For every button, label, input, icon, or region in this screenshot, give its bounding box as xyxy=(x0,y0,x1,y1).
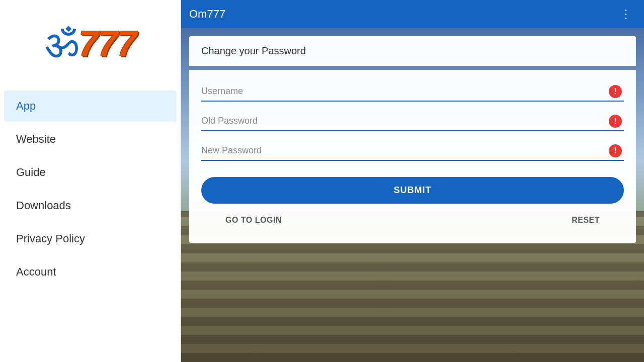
logo-777: 777 xyxy=(78,23,136,64)
content-area: Change your Password ! ! ! SUBMIT GO xyxy=(181,28,644,362)
username-input[interactable] xyxy=(201,82,624,101)
logo-area: ॐ 777 xyxy=(0,0,181,85)
nav-list: App Website Guide Downloads Privacy Poli… xyxy=(0,85,181,362)
app-title: Om777 xyxy=(189,8,225,21)
main-content: Om777 ⋮ Change your Password ! ! ! S xyxy=(181,0,644,362)
change-password-title: Change your Password xyxy=(189,36,636,66)
new-password-error-icon: ! xyxy=(609,144,622,157)
username-group: ! xyxy=(201,82,624,102)
reset-button[interactable]: RESET xyxy=(568,214,604,227)
sidebar-item-account[interactable]: Account xyxy=(4,256,177,288)
sidebar-item-privacy-policy[interactable]: Privacy Policy xyxy=(4,223,177,254)
submit-button[interactable]: SUBMIT xyxy=(201,177,624,204)
sidebar-item-website[interactable]: Website xyxy=(4,124,177,155)
form-card: ! ! ! SUBMIT GO TO LOGIN RESET xyxy=(189,70,636,243)
new-password-group: ! xyxy=(201,141,624,161)
om-symbol: ॐ xyxy=(45,24,78,64)
new-password-input[interactable] xyxy=(201,141,624,160)
username-error-icon: ! xyxy=(609,85,622,98)
menu-dots-icon[interactable]: ⋮ xyxy=(616,5,636,23)
app-header: Om777 ⋮ xyxy=(181,0,644,28)
sidebar-item-guide[interactable]: Guide xyxy=(4,157,177,188)
sidebar-item-downloads[interactable]: Downloads xyxy=(4,190,177,221)
old-password-error-icon: ! xyxy=(609,115,622,128)
sidebar: ॐ 777 App Website Guide Downloads Privac… xyxy=(0,0,181,362)
sidebar-item-app[interactable]: App xyxy=(4,90,177,122)
go-to-login-button[interactable]: GO TO LOGIN xyxy=(221,214,286,227)
old-password-input[interactable] xyxy=(201,112,624,130)
old-password-group: ! xyxy=(201,112,624,131)
bottom-actions: GO TO LOGIN RESET xyxy=(201,214,624,227)
